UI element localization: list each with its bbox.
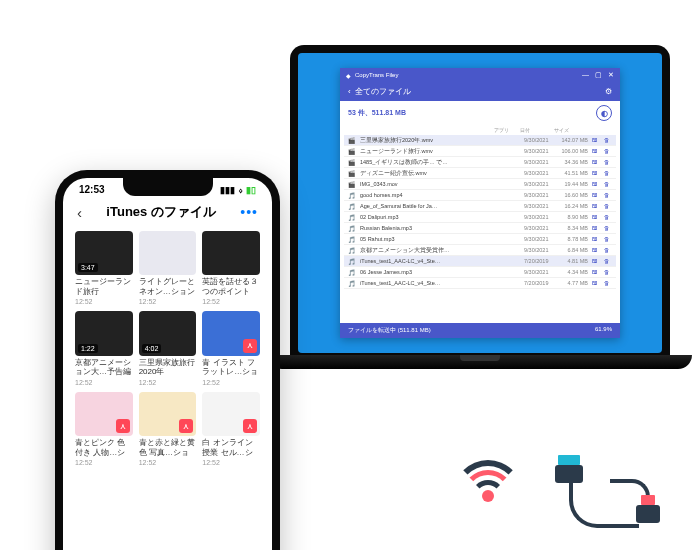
file-grid[interactable]: 3:47ニュージーランド旅行12:52ライトグレーとネオン…ション12:52英語… <box>63 227 272 470</box>
delete-action-icon[interactable]: 🗑 <box>604 280 612 286</box>
file-type-icon: 🎬 <box>348 148 356 155</box>
file-row[interactable]: 🎬三里県家族旅行2020年.wmv9/30/2021142.07 MB🖫🗑 <box>344 135 616 146</box>
delete-action-icon[interactable]: 🗑 <box>604 181 612 187</box>
file-name: Russian Balenia.mp3 <box>360 225 520 231</box>
item-title: 青 イラスト フラットレ…ション <box>202 358 260 377</box>
save-action-icon[interactable]: 🖫 <box>592 280 600 286</box>
close-button[interactable]: ✕ <box>608 71 614 79</box>
app-badge-icon: ⋏ <box>243 339 257 353</box>
save-action-icon[interactable]: 🖫 <box>592 159 600 165</box>
file-row[interactable]: 🎬1485_イギリスは教師の手… で…9/30/202134.36 MB🖫🗑 <box>344 157 616 168</box>
item-title: 白 オンライン授業 セル…ション <box>202 438 260 457</box>
thumbnail[interactable]: ⋏ <box>139 392 197 436</box>
delete-action-icon[interactable]: 🗑 <box>604 203 612 209</box>
file-date: 9/30/2021 <box>524 159 554 165</box>
grid-item[interactable]: ⋏青と赤と緑と黄色 写真…ション12:52 <box>139 392 197 466</box>
thumbnail[interactable]: ⋏ <box>202 311 260 355</box>
delete-action-icon[interactable]: 🗑 <box>604 159 612 165</box>
transfer-footer: ファイルを転送中 (511.81 MB) 61.9% <box>340 323 620 338</box>
file-row[interactable]: 🎵05 Rahut.mp39/30/20218.78 MB🖫🗑 <box>344 234 616 245</box>
grid-item[interactable]: 4:02三里県家族旅行2020年12:52 <box>139 311 197 385</box>
user-avatar-icon[interactable]: ◐ <box>596 105 612 121</box>
save-action-icon[interactable]: 🖫 <box>592 181 600 187</box>
file-name: iTunes_test1_AAC-LC_v4_Ste… <box>360 258 520 264</box>
file-row[interactable]: 🎬IMG_0343.mov9/30/202119.44 MB🖫🗑 <box>344 179 616 190</box>
save-action-icon[interactable]: 🖫 <box>592 214 600 220</box>
minimize-button[interactable]: — <box>582 71 589 79</box>
grid-item[interactable]: 英語を話せる３つのポイント12:52 <box>202 231 260 305</box>
delete-action-icon[interactable]: 🗑 <box>604 236 612 242</box>
thumbnail[interactable]: 1:22 <box>75 311 133 355</box>
delete-action-icon[interactable]: 🗑 <box>604 214 612 220</box>
delete-action-icon[interactable]: 🗑 <box>604 225 612 231</box>
grid-item[interactable]: ⋏白 オンライン授業 セル…ション12:52 <box>202 392 260 466</box>
save-action-icon[interactable]: 🖫 <box>592 225 600 231</box>
thumbnail[interactable] <box>139 231 197 275</box>
save-action-icon[interactable]: 🖫 <box>592 236 600 242</box>
delete-action-icon[interactable]: 🗑 <box>604 247 612 253</box>
delete-action-icon[interactable]: 🗑 <box>604 269 612 275</box>
save-action-icon[interactable]: 🖫 <box>592 203 600 209</box>
file-date: 9/30/2021 <box>524 181 554 187</box>
item-title: 京都アニメーション大…予告編 <box>75 358 133 377</box>
file-row[interactable]: 🎬ディズニー紹介宣伝.wmv9/30/202141.51 MB🖫🗑 <box>344 168 616 179</box>
back-button[interactable]: ‹ <box>77 204 82 221</box>
delete-action-icon[interactable]: 🗑 <box>604 148 612 154</box>
grid-item[interactable]: ライトグレーとネオン…ション12:52 <box>139 231 197 305</box>
grid-item[interactable]: 1:22京都アニメーション大…予告編12:52 <box>75 311 133 385</box>
save-action-icon[interactable]: 🖫 <box>592 192 600 198</box>
back-icon[interactable]: ‹ <box>348 87 351 96</box>
app-titlebar[interactable]: ◆ CopyTrans Filey — ▢ ✕ <box>340 68 620 82</box>
file-row[interactable]: 🎵02 Dalipuri.mp39/30/20218.90 MB🖫🗑 <box>344 212 616 223</box>
file-list[interactable]: 🎬三里県家族旅行2020年.wmv9/30/2021142.07 MB🖫🗑🎬ニュ… <box>340 135 620 323</box>
gear-icon[interactable]: ⚙ <box>605 87 612 96</box>
delete-action-icon[interactable]: 🗑 <box>604 258 612 264</box>
thumbnail[interactable]: ⋏ <box>202 392 260 436</box>
thumbnail[interactable]: 4:02 <box>139 311 197 355</box>
grid-item[interactable]: ⋏青 イラスト フラットレ…ション12:52 <box>202 311 260 385</box>
summary-bar: 53 件、511.81 MB ◐ <box>340 101 620 125</box>
phone-notch <box>123 178 213 196</box>
grid-item[interactable]: ⋏青とピンク 色付き 人物…ション12:52 <box>75 392 133 466</box>
save-action-icon[interactable]: 🖫 <box>592 148 600 154</box>
delete-action-icon[interactable]: 🗑 <box>604 170 612 176</box>
item-time: 12:52 <box>139 459 197 466</box>
file-row[interactable]: 🎵06 Jesse James.mp39/30/20214.34 MB🖫🗑 <box>344 267 616 278</box>
file-date: 9/30/2021 <box>524 236 554 242</box>
save-action-icon[interactable]: 🖫 <box>592 137 600 143</box>
file-row[interactable]: 🎵good horses.mp49/30/202116.60 MB🖫🗑 <box>344 190 616 201</box>
save-action-icon[interactable]: 🖫 <box>592 258 600 264</box>
app-logo-icon: ◆ <box>346 72 351 79</box>
file-row[interactable]: 🎵京都アニメーション大賞受賞作…9/30/20216.84 MB🖫🗑 <box>344 245 616 256</box>
file-row[interactable]: 🎵iTunes_test1_AAC-LC_v4_Ste…7/20/20194.7… <box>344 278 616 289</box>
file-row[interactable]: 🎬ニュージーランド旅行.wmv9/30/2021106.00 MB🖫🗑 <box>344 146 616 157</box>
thumbnail[interactable] <box>202 231 260 275</box>
col-size[interactable]: サイズ <box>554 127 584 133</box>
file-date: 9/30/2021 <box>524 137 554 143</box>
file-row[interactable]: 🎵Russian Balenia.mp39/30/20218.34 MB🖫🗑 <box>344 223 616 234</box>
delete-action-icon[interactable]: 🗑 <box>604 192 612 198</box>
thumbnail[interactable]: 3:47 <box>75 231 133 275</box>
thumbnail[interactable]: ⋏ <box>75 392 133 436</box>
maximize-button[interactable]: ▢ <box>595 71 602 79</box>
item-time: 12:52 <box>139 298 197 305</box>
save-action-icon[interactable]: 🖫 <box>592 269 600 275</box>
file-name: 三里県家族旅行2020年.wmv <box>360 137 520 144</box>
delete-action-icon[interactable]: 🗑 <box>604 137 612 143</box>
more-menu-button[interactable]: ••• <box>240 204 258 220</box>
save-action-icon[interactable]: 🖫 <box>592 247 600 253</box>
file-row[interactable]: 🎵iTunes_test1_AAC-LC_v4_Ste…7/20/20194.8… <box>344 256 616 267</box>
file-type-icon: 🎵 <box>348 192 356 199</box>
file-date: 9/30/2021 <box>524 214 554 220</box>
col-app[interactable]: アプリ <box>494 127 516 133</box>
item-time: 12:52 <box>202 379 260 386</box>
laptop-mockup: ◆ CopyTrans Filey — ▢ ✕ ‹ 全てのファイル ⚙ 53 件… <box>290 45 670 369</box>
file-row[interactable]: 🎵Age_of_Samurai Battle for Ja…9/30/20211… <box>344 201 616 212</box>
laptop-desktop: ◆ CopyTrans Filey — ▢ ✕ ‹ 全てのファイル ⚙ 53 件… <box>298 53 662 353</box>
phone-screen: 12:53 ▮▮▮ ⬨ ▮▯ ‹ iTunes のファイル ••• 3:47ニュ… <box>63 178 272 550</box>
save-action-icon[interactable]: 🖫 <box>592 170 600 176</box>
col-date[interactable]: 日付 <box>520 127 550 133</box>
file-name: 1485_イギリスは教師の手… で… <box>360 159 520 166</box>
grid-item[interactable]: 3:47ニュージーランド旅行12:52 <box>75 231 133 305</box>
item-title: ニュージーランド旅行 <box>75 277 133 296</box>
